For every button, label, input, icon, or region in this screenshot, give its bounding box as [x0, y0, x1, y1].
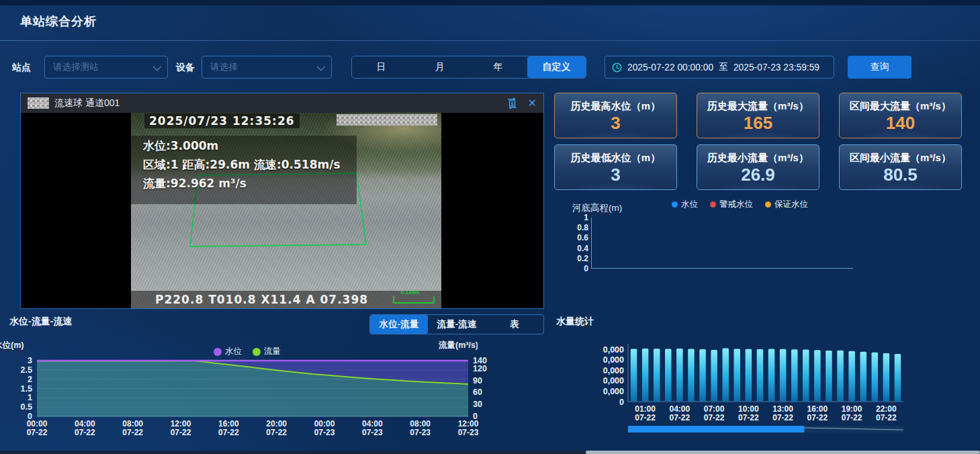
date-start: 2025-07-22 00:00:00	[627, 62, 713, 73]
video-titlebar: 流速球 通道001 s ✕	[21, 93, 543, 113]
stat-card-value: 80.5	[840, 165, 961, 185]
svg-text:20:0007-22: 20:0007-22	[266, 419, 287, 437]
overlay-water-level: 水位:3.000m	[143, 138, 218, 154]
stat-card: 历史最大流量（m³/s）165	[697, 93, 819, 138]
svg-text:10:0007-22: 10:0007-22	[738, 404, 759, 422]
datazoom-handle[interactable]	[628, 426, 804, 433]
svg-text:00:0007-22: 00:0007-22	[27, 419, 48, 437]
stat-card-value: 165	[697, 113, 819, 133]
svg-text:90: 90	[473, 376, 482, 385]
video-panel: 流速球 通道001 s ✕ 2025/07/23 12:35:26 水位:3.0…	[20, 93, 544, 309]
svg-text:1: 1	[28, 393, 32, 402]
legend-dot	[710, 201, 716, 208]
svg-text:12:0007-22: 12:0007-22	[171, 419, 191, 437]
svg-text:100,000: 100,000	[603, 387, 624, 396]
tab-表[interactable]: 表	[486, 315, 543, 334]
video-body: 2025/07/23 12:35:26 水位:3.000m 区域:1 距高:29…	[21, 113, 543, 308]
tab-流量-流速[interactable]: 流量-流速	[428, 315, 486, 334]
date-range-picker[interactable]: 2025-07-22 00:00:00 至 2025-07-23 23:59:5…	[605, 56, 834, 79]
legend-label: 保证水位	[774, 199, 808, 210]
overlay-region-velocity: 区域:1 距高:29.6m 流速:0.518m/s	[143, 157, 341, 173]
redacted-overlay-text	[337, 114, 437, 126]
chevron-down-icon	[153, 62, 162, 71]
svg-text:400,000: 400,000	[603, 355, 624, 365]
redacted-station-name	[28, 97, 49, 109]
stat-card-grid: 历史最高水位（m）3历史最大流量（m³/s）165区间最大流量（m³/s）140…	[554, 93, 963, 190]
date-separator: 至	[719, 61, 728, 73]
page-title: 单站综合分析	[20, 13, 97, 30]
stat-card-label: 历史最低水位（m）	[555, 152, 676, 165]
stat-card: 区间最小流量（m³/s）80.5	[839, 144, 962, 190]
ptz-readout: P220.8 T010.8 X11.4 A 07.398	[155, 293, 368, 306]
legend-label: 水位	[681, 199, 698, 210]
svg-text:01:0007-22: 01:0007-22	[635, 404, 656, 422]
stat-card: 历史最低水位（m）3	[554, 144, 677, 190]
station-placeholder: 请选择测站	[53, 61, 153, 73]
date-end: 2025-07-23 23:59:59	[733, 62, 819, 73]
legend-dot	[672, 201, 678, 208]
period-option[interactable]: 月	[410, 56, 469, 78]
stat-card-value: 3	[555, 165, 676, 185]
overlay-discharge: 流量:92.962 m³/s	[143, 176, 247, 191]
axis-tick-label: 0.8	[562, 223, 588, 232]
stat-card-value: 3	[555, 113, 676, 133]
video-bottom-strip: P220.8 T010.8 X11.4 A 07.398 0.149m	[131, 291, 441, 308]
svg-text:300,000: 300,000	[603, 366, 624, 375]
stat-card: 区间最大流量（m³/s）140	[839, 93, 962, 138]
svg-text:500,000: 500,000	[603, 345, 624, 355]
svg-text:1.5: 1.5	[21, 384, 32, 394]
video-title: 流速球 通道001	[54, 97, 120, 109]
axis-tick-label: 0	[562, 264, 588, 273]
svg-text:30: 30	[473, 400, 482, 409]
svg-text:00:0007-23: 00:0007-23	[314, 419, 335, 437]
svg-text:22:0007-22: 22:0007-22	[876, 404, 897, 422]
legend-item[interactable]: 保证水位	[765, 199, 808, 210]
svg-text:04:0007-23: 04:0007-23	[362, 419, 383, 437]
svg-text:16:0007-22: 16:0007-22	[218, 419, 239, 437]
device-label: 设备	[176, 56, 195, 79]
header-divider	[0, 40, 980, 41]
svg-text:s: s	[510, 99, 514, 106]
stat-card: 历史最小流量（m³/s）26.9	[697, 144, 819, 190]
scale-bracket: 0.149m	[393, 296, 435, 304]
close-icon[interactable]: ✕	[528, 97, 537, 109]
legend-dot	[765, 201, 771, 208]
legend-item[interactable]: 警戒水位	[710, 199, 753, 210]
axis-tick-label: 0.6	[562, 233, 588, 242]
tab-水位-流量[interactable]: 水位-流量	[370, 315, 428, 334]
device-placeholder: 请选择	[210, 61, 317, 73]
svg-text:04:0007-22: 04:0007-22	[75, 419, 95, 437]
stat-card: 历史最高水位（m）3	[554, 93, 677, 138]
water-volume-chart: 0100,000200,000300,000400,000500,00001:0…	[603, 334, 914, 439]
query-button[interactable]: 查询	[848, 56, 911, 79]
scrollbar-thumb[interactable]	[586, 451, 980, 454]
axis-tick-label: 0.4	[562, 244, 588, 253]
axis-tick-label: 1	[562, 213, 588, 222]
svg-text:0.5: 0.5	[21, 402, 32, 412]
svg-text:2.5: 2.5	[21, 365, 32, 375]
axis-tick-label: 0.2	[562, 254, 588, 263]
video-timestamp: 2025/07/23 12:35:26	[144, 114, 300, 128]
station-select[interactable]: 请选择测站	[44, 56, 168, 79]
legend-item[interactable]: 水位	[672, 199, 698, 210]
stat-card-label: 区间最大流量（m³/s）	[840, 100, 961, 113]
svg-text:2: 2	[28, 375, 32, 384]
flow-axis-label: 流量(m³/s)	[439, 340, 478, 351]
svg-text:19:0007-22: 19:0007-22	[842, 404, 862, 422]
page-horizontal-scrollbar	[0, 451, 980, 454]
scale-value: 0.149m	[401, 289, 419, 296]
svg-text:200,000: 200,000	[603, 376, 624, 385]
svg-text:3: 3	[28, 356, 32, 365]
stage-axis-label: 水位(m)	[0, 340, 32, 351]
stage-flow-tabs: 水位-流量流量-流速表	[369, 314, 544, 334]
stat-card-label: 历史最高水位（m）	[555, 100, 676, 113]
stat-card-label: 历史最大流量（m³/s）	[697, 100, 819, 113]
period-option[interactable]: 年	[469, 56, 527, 78]
svg-text:12:0007-23: 12:0007-23	[458, 419, 479, 437]
stat-card-label: 历史最小流量（m³/s）	[697, 152, 819, 165]
period-option[interactable]: 自定义	[527, 56, 586, 78]
chevron-down-icon	[317, 62, 326, 71]
period-option[interactable]: 日	[352, 56, 410, 78]
device-select[interactable]: 请选择	[202, 56, 332, 79]
stream-sample-icon[interactable]: s	[506, 97, 519, 109]
